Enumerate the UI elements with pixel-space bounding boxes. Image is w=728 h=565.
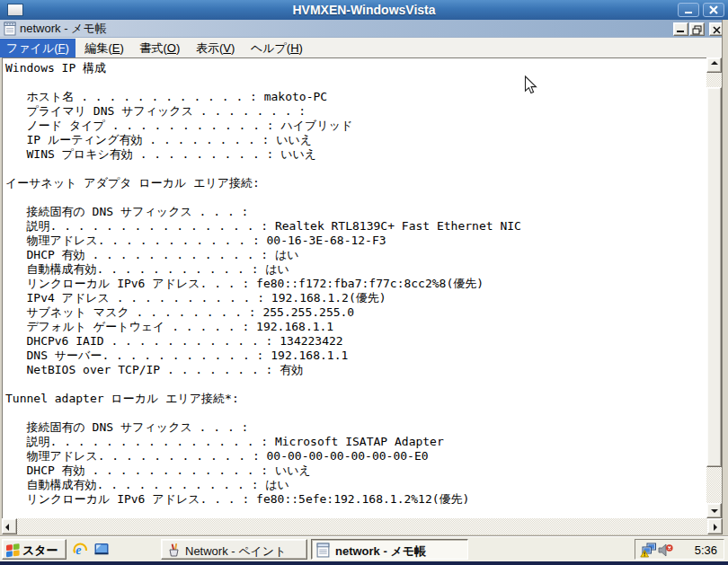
vm-viewer-screen: HVMXEN-WindowsVista network - メモ帳 ファ — [0, 0, 728, 565]
horizontal-scrollbar[interactable] — [2, 518, 723, 534]
network-warning-icon[interactable] — [640, 543, 657, 558]
vm-close-button[interactable] — [703, 3, 724, 17]
notepad-menubar: ファイル(F) 編集(E) 書式(O) 表示(V) ヘルプ(H) — [0, 38, 728, 57]
notepad-minimize-button[interactable] — [673, 22, 688, 36]
svg-text:e: e — [75, 543, 81, 557]
arrow-left-icon — [5, 524, 9, 531]
screen-bottom-edge — [0, 561, 728, 565]
arrow-right-icon — [714, 524, 717, 531]
volume-muted-icon[interactable] — [658, 543, 673, 558]
arrow-down-icon — [711, 509, 718, 513]
restore-icon — [690, 24, 704, 36]
vm-titlebar[interactable]: HVMXEN-WindowsVista — [0, 0, 728, 20]
paint-icon — [166, 543, 182, 558]
window-right-border — [722, 20, 728, 534]
scroll-right-button[interactable] — [707, 518, 723, 534]
menu-view[interactable]: 表示(V) — [190, 39, 241, 59]
notepad-icon — [316, 543, 331, 558]
vertical-scrollbar-thumb[interactable] — [706, 87, 722, 467]
scroll-left-button[interactable] — [2, 518, 17, 534]
notepad-restore-button[interactable] — [689, 22, 705, 36]
menu-format[interactable]: 書式(O) — [133, 39, 186, 59]
vm-minimize-button[interactable] — [678, 3, 699, 17]
task-label: network - メモ帳 — [335, 543, 426, 560]
taskbar-task-paint[interactable]: Network - ペイント — [161, 539, 307, 560]
system-tray: 5:36 — [635, 539, 724, 560]
minimize-icon — [677, 31, 684, 32]
notepad-text-area[interactable]: Windows IP 構成 ホスト名 . . . . . . . . . . .… — [2, 57, 706, 518]
minimize-icon — [679, 4, 698, 16]
notepad-titlebar[interactable]: network - メモ帳 — [0, 20, 728, 38]
internet-explorer-icon[interactable]: e — [72, 541, 89, 558]
close-icon — [704, 4, 724, 16]
vertical-scrollbar[interactable] — [706, 57, 722, 518]
notepad-icon — [4, 22, 17, 36]
notepad-text-content[interactable]: Windows IP 構成 ホスト名 . . . . . . . . . . .… — [3, 58, 706, 507]
taskbar-clock[interactable]: 5:36 — [695, 543, 717, 557]
notepad-window-title: network - メモ帳 — [20, 20, 107, 38]
start-button[interactable]: スタート — [2, 539, 67, 560]
task-label: Network - ペイント — [185, 543, 286, 560]
vm-window-title: HVMXEN-WindowsVista — [0, 0, 728, 20]
show-desktop-icon[interactable] — [93, 541, 111, 558]
menu-file[interactable]: ファイル(F) — [0, 39, 75, 59]
menu-help[interactable]: ヘルプ(H) — [244, 39, 309, 59]
scroll-up-button[interactable] — [706, 57, 722, 73]
menu-edit[interactable]: 編集(E) — [78, 39, 129, 59]
windows-flag-icon — [5, 542, 21, 559]
taskbar-task-notepad[interactable]: network - メモ帳 — [311, 539, 468, 560]
scroll-down-button[interactable] — [706, 503, 722, 518]
taskbar: スタート e Network - ペイント — [0, 536, 728, 561]
arrow-up-icon — [711, 61, 718, 65]
